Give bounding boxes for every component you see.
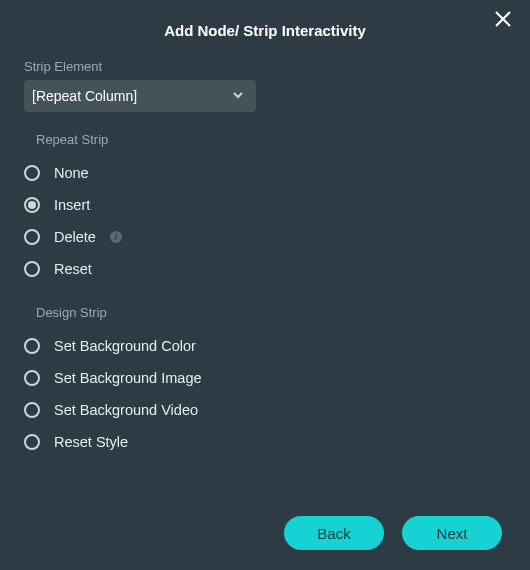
info-icon[interactable]: i: [110, 231, 122, 243]
strip-element-select[interactable]: [Repeat Column]: [24, 80, 256, 112]
radio-icon: [24, 434, 40, 450]
dialog-title: Add Node/ Strip Interactivity: [0, 0, 530, 39]
dialog-footer: Back Next: [284, 516, 502, 550]
option-label: Set Background Video: [54, 402, 198, 418]
option-label: Set Background Image: [54, 370, 202, 386]
option-set-bg-color[interactable]: Set Background Color: [24, 330, 506, 362]
option-label: Reset: [54, 261, 92, 277]
option-label: Delete: [54, 229, 96, 245]
radio-icon: [24, 402, 40, 418]
radio-icon: [24, 165, 40, 181]
option-label: None: [54, 165, 89, 181]
option-reset-style[interactable]: Reset Style: [24, 426, 506, 458]
strip-element-value: [Repeat Column]: [32, 88, 137, 104]
chevron-down-icon: [232, 88, 244, 104]
radio-icon: [24, 261, 40, 277]
option-label: Set Background Color: [54, 338, 196, 354]
option-none[interactable]: None: [24, 157, 506, 189]
radio-icon: [24, 338, 40, 354]
close-button[interactable]: [494, 10, 516, 32]
option-insert[interactable]: Insert: [24, 189, 506, 221]
repeat-strip-group-label: Repeat Strip: [36, 132, 506, 147]
radio-icon: [24, 229, 40, 245]
back-button[interactable]: Back: [284, 516, 384, 550]
strip-element-label: Strip Element: [24, 59, 506, 74]
option-delete[interactable]: Delete i: [24, 221, 506, 253]
dialog-body: Strip Element [Repeat Column] Repeat Str…: [0, 39, 530, 458]
option-label: Insert: [54, 197, 90, 213]
option-set-bg-image[interactable]: Set Background Image: [24, 362, 506, 394]
radio-icon: [24, 197, 40, 213]
option-set-bg-video[interactable]: Set Background Video: [24, 394, 506, 426]
option-reset[interactable]: Reset: [24, 253, 506, 285]
next-button[interactable]: Next: [402, 516, 502, 550]
radio-icon: [24, 370, 40, 386]
option-label: Reset Style: [54, 434, 128, 450]
design-strip-group-label: Design Strip: [36, 305, 506, 320]
close-icon: [494, 10, 512, 28]
